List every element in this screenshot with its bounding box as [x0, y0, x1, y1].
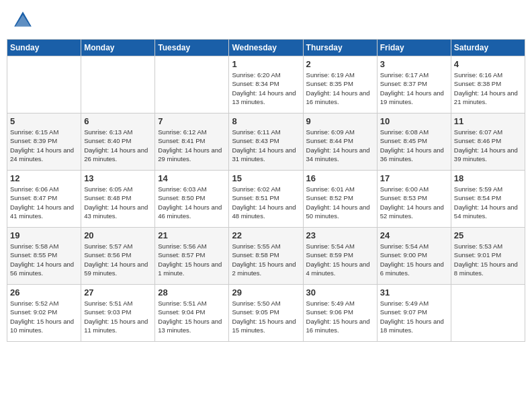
day-info: Sunrise: 5:58 AMSunset: 8:55 PMDaylight:… — [10, 242, 78, 277]
day-number: 19 — [10, 230, 78, 240]
calendar-day-cell: 11Sunrise: 6:07 AMSunset: 8:46 PMDayligh… — [451, 113, 525, 171]
calendar-day-cell: 29Sunrise: 5:50 AMSunset: 9:05 PMDayligh… — [229, 285, 303, 342]
day-info: Sunrise: 5:59 AMSunset: 8:54 PMDaylight:… — [454, 185, 522, 220]
day-number: 9 — [306, 116, 374, 126]
day-info: Sunrise: 6:06 AMSunset: 8:47 PMDaylight:… — [10, 185, 78, 220]
day-number: 10 — [380, 116, 448, 126]
calendar-day-cell: 6Sunrise: 6:13 AMSunset: 8:40 PMDaylight… — [81, 113, 155, 171]
calendar-header: SundayMondayTuesdayWednesdayThursdayFrid… — [7, 40, 525, 56]
day-info: Sunrise: 5:56 AMSunset: 8:57 PMDaylight:… — [158, 242, 226, 277]
day-number: 17 — [380, 173, 448, 183]
calendar-day-cell: 13Sunrise: 6:05 AMSunset: 8:48 PMDayligh… — [81, 171, 155, 228]
calendar-day-cell: 15Sunrise: 6:02 AMSunset: 8:51 PMDayligh… — [229, 171, 303, 228]
day-number: 8 — [232, 116, 300, 126]
day-number: 16 — [306, 173, 374, 183]
calendar-day-cell: 5Sunrise: 6:15 AMSunset: 8:39 PMDaylight… — [7, 113, 81, 171]
day-info: Sunrise: 6:20 AMSunset: 8:34 PMDaylight:… — [232, 71, 300, 106]
day-number: 31 — [380, 287, 448, 298]
calendar-day-cell: 18Sunrise: 5:59 AMSunset: 8:54 PMDayligh… — [451, 171, 525, 228]
weekday-header-cell: Monday — [81, 40, 155, 56]
day-number: 3 — [380, 59, 448, 69]
calendar-day-cell: 31Sunrise: 5:49 AMSunset: 9:07 PMDayligh… — [377, 285, 451, 342]
day-number: 26 — [10, 287, 78, 298]
calendar-day-cell: 16Sunrise: 6:01 AMSunset: 8:52 PMDayligh… — [303, 171, 377, 228]
calendar-day-cell: 3Sunrise: 6:17 AMSunset: 8:37 PMDaylight… — [377, 56, 451, 113]
day-number: 20 — [84, 230, 152, 240]
logo — [12, 9, 36, 31]
calendar-day-cell: 4Sunrise: 6:16 AMSunset: 8:38 PMDaylight… — [451, 56, 525, 113]
calendar-day-cell: 20Sunrise: 5:57 AMSunset: 8:56 PMDayligh… — [81, 228, 155, 285]
day-info: Sunrise: 6:12 AMSunset: 8:41 PMDaylight:… — [158, 128, 226, 163]
day-info: Sunrise: 6:13 AMSunset: 8:40 PMDaylight:… — [84, 128, 152, 163]
day-number: 27 — [84, 287, 152, 298]
calendar-day-cell: 28Sunrise: 5:51 AMSunset: 9:04 PMDayligh… — [155, 285, 229, 342]
day-number: 4 — [454, 59, 522, 69]
day-info: Sunrise: 5:52 AMSunset: 9:02 PMDaylight:… — [10, 299, 78, 334]
day-number: 13 — [84, 173, 152, 183]
day-info: Sunrise: 6:11 AMSunset: 8:43 PMDaylight:… — [232, 128, 300, 163]
calendar-day-cell: 30Sunrise: 5:49 AMSunset: 9:06 PMDayligh… — [303, 285, 377, 342]
day-number: 11 — [454, 116, 522, 126]
day-info: Sunrise: 6:17 AMSunset: 8:37 PMDaylight:… — [380, 71, 448, 106]
weekday-header-cell: Thursday — [303, 40, 377, 56]
calendar-day-cell: 7Sunrise: 6:12 AMSunset: 8:41 PMDaylight… — [155, 113, 229, 171]
day-number: 12 — [10, 173, 78, 183]
day-info: Sunrise: 5:53 AMSunset: 9:01 PMDaylight:… — [454, 242, 522, 277]
day-info: Sunrise: 6:01 AMSunset: 8:52 PMDaylight:… — [306, 185, 374, 220]
day-info: Sunrise: 6:09 AMSunset: 8:44 PMDaylight:… — [306, 128, 374, 163]
day-number: 29 — [232, 287, 300, 298]
day-info: Sunrise: 5:55 AMSunset: 8:58 PMDaylight:… — [232, 242, 300, 277]
weekday-header-cell: Friday — [377, 40, 451, 56]
calendar-day-cell: 14Sunrise: 6:03 AMSunset: 8:50 PMDayligh… — [155, 171, 229, 228]
calendar-day-cell — [451, 285, 525, 342]
calendar-week-row: 26Sunrise: 5:52 AMSunset: 9:02 PMDayligh… — [7, 285, 525, 342]
calendar-day-cell — [81, 56, 155, 113]
logo-icon — [12, 9, 34, 31]
day-number: 7 — [158, 116, 226, 126]
day-info: Sunrise: 5:51 AMSunset: 9:04 PMDaylight:… — [158, 299, 226, 334]
day-info: Sunrise: 5:54 AMSunset: 9:00 PMDaylight:… — [380, 242, 448, 277]
calendar-day-cell: 2Sunrise: 6:19 AMSunset: 8:35 PMDaylight… — [303, 56, 377, 113]
weekday-header-cell: Wednesday — [229, 40, 303, 56]
day-info: Sunrise: 5:57 AMSunset: 8:56 PMDaylight:… — [84, 242, 152, 277]
day-number: 23 — [306, 230, 374, 240]
calendar-day-cell — [155, 56, 229, 113]
calendar-day-cell: 8Sunrise: 6:11 AMSunset: 8:43 PMDaylight… — [229, 113, 303, 171]
calendar-body: 1Sunrise: 6:20 AMSunset: 8:34 PMDaylight… — [7, 56, 525, 342]
day-number: 6 — [84, 116, 152, 126]
day-number: 22 — [232, 230, 300, 240]
calendar-day-cell: 25Sunrise: 5:53 AMSunset: 9:01 PMDayligh… — [451, 228, 525, 285]
day-number: 30 — [306, 287, 374, 298]
day-number: 2 — [306, 59, 374, 69]
day-number: 15 — [232, 173, 300, 183]
day-number: 1 — [232, 59, 300, 69]
calendar-week-row: 12Sunrise: 6:06 AMSunset: 8:47 PMDayligh… — [7, 171, 525, 228]
calendar-day-cell: 10Sunrise: 6:08 AMSunset: 8:45 PMDayligh… — [377, 113, 451, 171]
weekday-header-row: SundayMondayTuesdayWednesdayThursdayFrid… — [7, 40, 525, 56]
day-info: Sunrise: 6:16 AMSunset: 8:38 PMDaylight:… — [454, 71, 522, 106]
day-number: 25 — [454, 230, 522, 240]
calendar-day-cell: 17Sunrise: 6:00 AMSunset: 8:53 PMDayligh… — [377, 171, 451, 228]
calendar-day-cell: 24Sunrise: 5:54 AMSunset: 9:00 PMDayligh… — [377, 228, 451, 285]
day-info: Sunrise: 5:50 AMSunset: 9:05 PMDaylight:… — [232, 299, 300, 334]
calendar-day-cell: 23Sunrise: 5:54 AMSunset: 8:59 PMDayligh… — [303, 228, 377, 285]
day-number: 21 — [158, 230, 226, 240]
calendar-day-cell — [7, 56, 81, 113]
calendar-week-row: 1Sunrise: 6:20 AMSunset: 8:34 PMDaylight… — [7, 56, 525, 113]
day-number: 5 — [10, 116, 78, 126]
weekday-header-cell: Tuesday — [155, 40, 229, 56]
calendar-day-cell: 19Sunrise: 5:58 AMSunset: 8:55 PMDayligh… — [7, 228, 81, 285]
day-info: Sunrise: 5:49 AMSunset: 9:07 PMDaylight:… — [380, 299, 448, 334]
calendar-day-cell: 27Sunrise: 5:51 AMSunset: 9:03 PMDayligh… — [81, 285, 155, 342]
calendar-day-cell: 26Sunrise: 5:52 AMSunset: 9:02 PMDayligh… — [7, 285, 81, 342]
day-number: 14 — [158, 173, 226, 183]
day-info: Sunrise: 6:00 AMSunset: 8:53 PMDaylight:… — [380, 185, 448, 220]
day-info: Sunrise: 6:02 AMSunset: 8:51 PMDaylight:… — [232, 185, 300, 220]
day-number: 18 — [454, 173, 522, 183]
calendar-table: SundayMondayTuesdayWednesdayThursdayFrid… — [7, 39, 525, 342]
svg-marker-1 — [15, 15, 30, 27]
calendar-day-cell: 22Sunrise: 5:55 AMSunset: 8:58 PMDayligh… — [229, 228, 303, 285]
calendar-day-cell: 21Sunrise: 5:56 AMSunset: 8:57 PMDayligh… — [155, 228, 229, 285]
day-info: Sunrise: 6:07 AMSunset: 8:46 PMDaylight:… — [454, 128, 522, 163]
day-number: 28 — [158, 287, 226, 298]
